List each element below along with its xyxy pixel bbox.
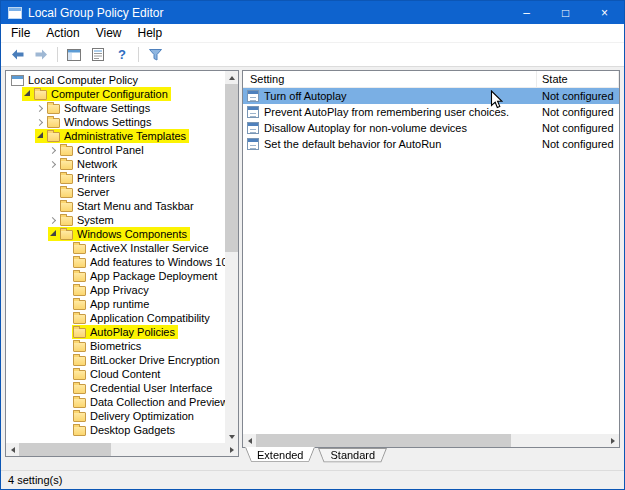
scroll-right-button[interactable] — [606, 434, 619, 447]
toolbar-forward-button[interactable] — [30, 45, 52, 65]
tree-item-app-package-deployment[interactable]: App Package Deployment — [6, 269, 225, 283]
maximize-button[interactable]: □ — [546, 1, 585, 24]
arrow-right-icon — [611, 438, 615, 444]
tree-item-local-computer-policy[interactable]: Local Computer Policy — [6, 73, 225, 87]
chevron-collapsed-icon[interactable] — [35, 117, 46, 128]
tree-item-add-features-to-windows-10[interactable]: Add features to Windows 10 — [6, 255, 225, 269]
chevron-expanded-icon[interactable] — [35, 131, 46, 142]
scroll-left-button[interactable] — [243, 434, 256, 447]
tree-item-credential-user-interface[interactable]: Credential User Interface — [6, 381, 225, 395]
toolbar-help-button[interactable]: ? — [111, 45, 133, 65]
tree-item-label: App Package Deployment — [89, 270, 217, 282]
policy-setting-icon — [247, 138, 259, 150]
tree-item-delivery-optimization[interactable]: Delivery Optimization — [6, 409, 225, 423]
tree-item-system[interactable]: System — [6, 213, 225, 227]
tree-item-cloud-content[interactable]: Cloud Content — [6, 367, 225, 381]
tree-item-data-collection-and-preview-builds[interactable]: Data Collection and Preview Bu — [6, 395, 225, 409]
tree-item-administrative-templates[interactable]: Administrative Templates — [6, 129, 225, 143]
chevron-collapsed-icon[interactable] — [35, 103, 46, 114]
toolbar-show-console-tree-button[interactable] — [63, 45, 85, 65]
tab-extended[interactable]: Extended — [245, 448, 315, 465]
tree-item-windows-components[interactable]: Windows Components — [6, 227, 225, 241]
list-row-turn-off-autoplay[interactable]: Turn off Autoplay Not configured — [243, 88, 619, 104]
tree-item-label: Data Collection and Preview Bu — [89, 396, 225, 408]
scrollbar-thumb[interactable] — [225, 84, 238, 252]
tree-item-label: Control Panel — [76, 144, 144, 156]
tree-item-bitlocker-drive-encryption[interactable]: BitLocker Drive Encryption — [6, 353, 225, 367]
tree-item-server[interactable]: Server — [6, 185, 225, 199]
tree-item-label: Delivery Optimization — [89, 410, 194, 422]
menu-view[interactable]: View — [88, 25, 130, 42]
chevron-expanded-icon[interactable] — [48, 229, 59, 240]
tree-item-activex-installer-service[interactable]: ActiveX Installer Service — [6, 241, 225, 255]
tree-item-label: Software Settings — [63, 102, 150, 114]
tree-item-computer-configuration[interactable]: Computer Configuration — [6, 87, 225, 101]
tree-item-desktop-gadgets[interactable]: Desktop Gadgets — [6, 423, 225, 437]
tree-item-label: Biometrics — [89, 340, 141, 352]
tree-item-network[interactable]: Network — [6, 157, 225, 171]
folder-icon — [60, 174, 73, 184]
tree-item-label: Computer Configuration — [50, 88, 168, 100]
tree-item-control-panel[interactable]: Control Panel — [6, 143, 225, 157]
tree-item-app-runtime[interactable]: App runtime — [6, 297, 225, 311]
scroll-right-button[interactable] — [225, 443, 238, 456]
column-header-setting[interactable]: Setting — [243, 71, 537, 87]
scroll-left-button[interactable] — [6, 443, 19, 456]
setting-name: Disallow Autoplay for non-volume devices — [264, 122, 467, 134]
minimize-button[interactable]: – — [507, 1, 546, 24]
tree-item-software-settings[interactable]: Software Settings — [6, 101, 225, 115]
tree-item-label: Local Computer Policy — [27, 74, 138, 86]
main-split: Local Computer Policy Computer Configura… — [1, 67, 624, 470]
arrow-down-icon — [229, 435, 235, 439]
tree-item-label: ActiveX Installer Service — [89, 242, 209, 254]
tree-item-printers[interactable]: Printers — [6, 171, 225, 185]
arrow-left-icon — [11, 447, 15, 453]
tab-standard[interactable]: Standard — [318, 448, 387, 465]
tree-item-label: Windows Settings — [63, 116, 151, 128]
titlebar[interactable]: Local Group Policy Editor – □ × — [1, 1, 624, 24]
column-header-state[interactable]: State — [537, 71, 619, 87]
setting-state: Not configured — [537, 90, 619, 102]
tree-item-windows-settings[interactable]: Windows Settings — [6, 115, 225, 129]
toolbar-back-button[interactable] — [6, 45, 28, 65]
scroll-up-button[interactable] — [225, 71, 238, 84]
setting-name: Prevent AutoPlay from remembering user c… — [264, 106, 509, 118]
close-button[interactable]: × — [585, 1, 624, 24]
tree-item-application-compatibility[interactable]: Application Compatibility — [6, 311, 225, 325]
tree-item-label: Network — [76, 158, 117, 170]
menu-action[interactable]: Action — [38, 25, 87, 42]
toolbar-separator — [138, 47, 139, 62]
tree-item-label: Start Menu and Taskbar — [76, 200, 194, 212]
app-icon — [8, 7, 22, 19]
policy-setting-icon — [247, 106, 259, 118]
tree-vertical-scrollbar[interactable] — [225, 71, 238, 443]
tree-item-autoplay-policies[interactable]: AutoPlay Policies — [6, 325, 225, 339]
tree-item-app-privacy[interactable]: App Privacy — [6, 283, 225, 297]
arrow-right-icon — [230, 447, 234, 453]
list-horizontal-scrollbar[interactable] — [243, 434, 619, 447]
tree-item-label: Add features to Windows 10 — [89, 256, 225, 268]
scrollbar-thumb[interactable] — [19, 443, 111, 456]
list-row-disallow-autoplay-nonvolume[interactable]: Disallow Autoplay for non-volume devices… — [243, 120, 619, 136]
menu-help[interactable]: Help — [130, 25, 171, 42]
tree-horizontal-scrollbar[interactable] — [6, 443, 238, 456]
statusbar: 4 setting(s) — [1, 470, 624, 489]
tree-item-biometrics[interactable]: Biometrics — [6, 339, 225, 353]
folder-icon — [73, 272, 86, 282]
chevron-expanded-icon[interactable] — [22, 89, 33, 100]
tree-item-start-menu-and-taskbar[interactable]: Start Menu and Taskbar — [6, 199, 225, 213]
folder-icon — [73, 244, 86, 254]
tree-item-label: Credential User Interface — [89, 382, 212, 394]
chevron-collapsed-icon[interactable] — [48, 215, 59, 226]
scroll-down-button[interactable] — [225, 430, 238, 443]
menu-file[interactable]: File — [3, 25, 38, 42]
scrollbar-thumb[interactable] — [256, 434, 511, 447]
chevron-collapsed-icon[interactable] — [48, 145, 59, 156]
toolbar-export-list-button[interactable] — [87, 45, 109, 65]
list-row-prevent-autoplay-remembering[interactable]: Prevent AutoPlay from remembering user c… — [243, 104, 619, 120]
chevron-collapsed-icon[interactable] — [48, 159, 59, 170]
policy-setting-icon — [247, 122, 259, 134]
list-row-default-behavior-autorun[interactable]: Set the default behavior for AutoRun Not… — [243, 136, 619, 152]
toolbar-filter-button[interactable] — [144, 45, 166, 65]
folder-icon — [60, 160, 73, 170]
